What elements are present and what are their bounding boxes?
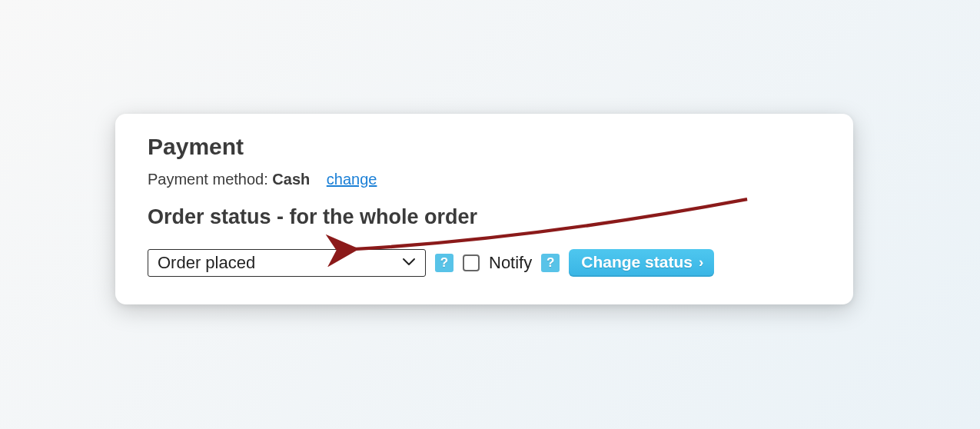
change-status-button[interactable]: Change status › xyxy=(569,249,714,277)
notify-checkbox[interactable] xyxy=(463,254,480,271)
payment-method-value: Cash xyxy=(272,171,310,188)
change-status-label: Change status xyxy=(581,253,693,271)
help-icon[interactable]: ? xyxy=(541,254,560,272)
change-payment-link[interactable]: change xyxy=(327,171,377,188)
status-row: Order placed ? Notify ? Change status › xyxy=(148,249,821,277)
payment-method-row: Payment method: Cash change xyxy=(148,171,821,188)
help-icon[interactable]: ? xyxy=(435,254,453,272)
payment-panel: Payment Payment method: Cash change Orde… xyxy=(115,114,853,304)
notify-label: Notify xyxy=(489,253,532,273)
payment-title: Payment xyxy=(148,134,821,160)
order-status-value: Order placed xyxy=(158,253,255,273)
chevron-right-icon: › xyxy=(699,254,703,271)
order-status-select[interactable]: Order placed xyxy=(148,249,426,277)
order-status-title: Order status - for the whole order xyxy=(148,205,821,229)
chevron-down-icon xyxy=(402,256,416,270)
payment-method-label: Payment method: xyxy=(148,171,272,188)
